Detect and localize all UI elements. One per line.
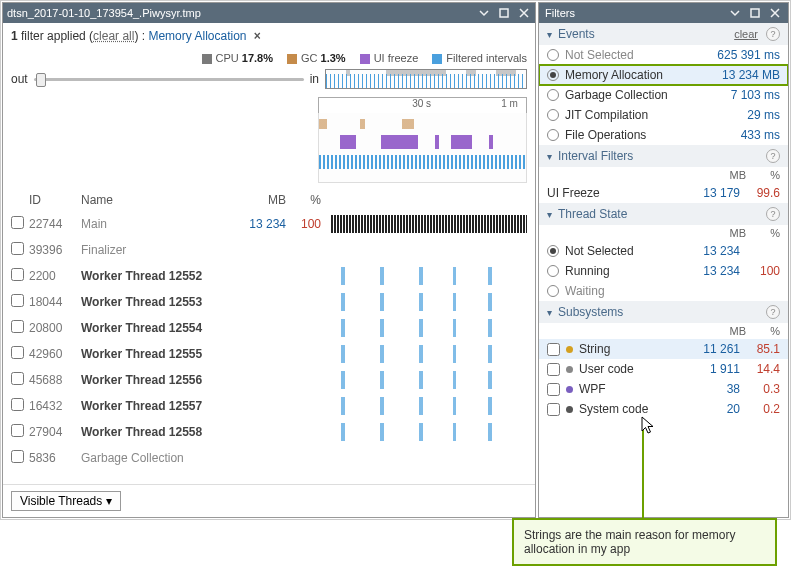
section-subsystems[interactable]: ▾ Subsystems ? <box>539 301 788 323</box>
thread-row[interactable]: 5836 Garbage Collection <box>11 445 527 471</box>
thread-checkbox[interactable] <box>11 320 24 333</box>
thread-sparkline <box>331 215 527 233</box>
event-option[interactable]: Not Selected 625 391 ms <box>539 45 788 65</box>
event-label: Garbage Collection <box>565 88 725 102</box>
event-radio[interactable] <box>547 69 559 81</box>
thread-checkbox[interactable] <box>11 242 24 255</box>
subsystem-checkbox[interactable] <box>547 343 560 356</box>
subsystem-mb: 11 261 <box>680 342 740 356</box>
dropdown-icon[interactable] <box>477 6 491 20</box>
subsystem-dot-icon <box>566 386 573 393</box>
threadstate-option[interactable]: Waiting <box>539 281 788 301</box>
threads-list[interactable]: 22744 Main 13 234 100 39396 Finalizer 22… <box>3 211 535 484</box>
close-icon[interactable] <box>768 6 782 20</box>
subsystem-mb: 20 <box>680 402 740 416</box>
timeline-overview[interactable] <box>325 69 527 89</box>
thread-checkbox[interactable] <box>11 216 24 229</box>
zoom-row: out in <box>3 67 535 91</box>
zoom-out-label: out <box>11 72 28 86</box>
thread-checkbox[interactable] <box>11 346 24 359</box>
thread-checkbox[interactable] <box>11 294 24 307</box>
thread-sparkline <box>331 397 527 415</box>
thread-row[interactable]: 39396 Finalizer <box>11 237 527 263</box>
gc-swatch-icon <box>287 54 297 64</box>
threadstate-radio[interactable] <box>547 285 559 297</box>
subsystem-row[interactable]: WPF 38 0.3 <box>539 379 788 399</box>
thread-name: Worker Thread 12557 <box>81 399 231 413</box>
legend: CPU 17.8% GC 1.3% UI freeze Filtered int… <box>3 49 535 67</box>
zoom-slider[interactable] <box>34 78 304 81</box>
threadstate-pct: 100 <box>746 264 780 278</box>
thread-id: 20800 <box>29 321 81 335</box>
help-icon[interactable]: ? <box>766 305 780 319</box>
event-label: JIT Compilation <box>565 108 741 122</box>
event-option[interactable]: File Operations 433 ms <box>539 125 788 145</box>
clear-all-link[interactable]: clear all <box>93 29 134 43</box>
subsystem-label: User code <box>579 362 674 376</box>
event-option[interactable]: Garbage Collection 7 103 ms <box>539 85 788 105</box>
help-icon[interactable]: ? <box>766 27 780 41</box>
maximize-icon[interactable] <box>497 6 511 20</box>
thread-pct: 100 <box>286 217 321 231</box>
help-icon[interactable]: ? <box>766 207 780 221</box>
thread-id: 45688 <box>29 373 81 387</box>
thread-row[interactable]: 20800 Worker Thread 12554 <box>11 315 527 341</box>
thread-row[interactable]: 22744 Main 13 234 100 <box>11 211 527 237</box>
chevron-down-icon: ▾ <box>547 209 552 220</box>
threadstate-radio[interactable] <box>547 265 559 277</box>
section-interval[interactable]: ▾ Interval Filters ? <box>539 145 788 167</box>
event-option[interactable]: JIT Compilation 29 ms <box>539 105 788 125</box>
left-title: dtsn_2017-01-10_173954_.Piwysyr.tmp <box>7 7 201 19</box>
subsystem-checkbox[interactable] <box>547 403 560 416</box>
dropdown-icon[interactable] <box>728 6 742 20</box>
thread-row[interactable]: 18044 Worker Thread 12553 <box>11 289 527 315</box>
thread-sparkline <box>331 293 527 311</box>
interval-row[interactable]: UI Freeze 13 179 99.6 <box>539 183 788 203</box>
section-events[interactable]: ▾ Events clear ? <box>539 23 788 45</box>
interval-label: UI Freeze <box>547 186 664 200</box>
filters-panel: Filters ▾ Events clear ? Not Selected 62… <box>538 2 789 518</box>
event-radio[interactable] <box>547 129 559 141</box>
subsystem-pct: 85.1 <box>746 342 780 356</box>
threadstate-radio[interactable] <box>547 245 559 257</box>
thread-row[interactable]: 45688 Worker Thread 12556 <box>11 367 527 393</box>
visible-threads-button[interactable]: Visible Threads ▾ <box>11 491 121 511</box>
threadstate-option[interactable]: Not Selected 13 234 <box>539 241 788 261</box>
event-option[interactable]: Memory Allocation 13 234 MB <box>539 65 788 85</box>
close-icon[interactable] <box>517 6 531 20</box>
subsystem-row[interactable]: System code 20 0.2 <box>539 399 788 419</box>
section-threadstate[interactable]: ▾ Thread State ? <box>539 203 788 225</box>
thread-checkbox[interactable] <box>11 372 24 385</box>
event-radio[interactable] <box>547 89 559 101</box>
thread-row[interactable]: 42960 Worker Thread 12555 <box>11 341 527 367</box>
thread-name: Main <box>81 217 231 231</box>
thread-checkbox[interactable] <box>11 424 24 437</box>
threadstate-option[interactable]: Running 13 234 100 <box>539 261 788 281</box>
thread-row[interactable]: 27904 Worker Thread 12558 <box>11 419 527 445</box>
subsystem-row[interactable]: User code 1 911 14.4 <box>539 359 788 379</box>
thread-row[interactable]: 16432 Worker Thread 12557 <box>11 393 527 419</box>
clear-events-link[interactable]: clear <box>734 28 758 40</box>
left-titlebar: dtsn_2017-01-10_173954_.Piwysyr.tmp <box>3 3 535 23</box>
subsystem-checkbox[interactable] <box>547 363 560 376</box>
threadstate-mb: 13 234 <box>670 244 740 258</box>
uifreeze-swatch-icon <box>360 54 370 64</box>
overview-charts[interactable] <box>318 113 527 183</box>
interval-pct: 99.6 <box>746 186 780 200</box>
thread-row[interactable]: 2200 Worker Thread 12552 <box>11 263 527 289</box>
event-radio[interactable] <box>547 49 559 61</box>
maximize-icon[interactable] <box>748 6 762 20</box>
active-filter-tag[interactable]: Memory Allocation <box>148 29 246 43</box>
help-icon[interactable]: ? <box>766 149 780 163</box>
subsystem-mb: 1 911 <box>680 362 740 376</box>
thread-name: Worker Thread 12553 <box>81 295 231 309</box>
remove-filter-icon[interactable]: × <box>254 29 261 43</box>
thread-checkbox[interactable] <box>11 268 24 281</box>
thread-id: 39396 <box>29 243 81 257</box>
subsystem-checkbox[interactable] <box>547 383 560 396</box>
thread-id: 5836 <box>29 451 81 465</box>
thread-checkbox[interactable] <box>11 398 24 411</box>
event-radio[interactable] <box>547 109 559 121</box>
subsystem-row[interactable]: String 11 261 85.1 <box>539 339 788 359</box>
thread-checkbox[interactable] <box>11 450 24 463</box>
